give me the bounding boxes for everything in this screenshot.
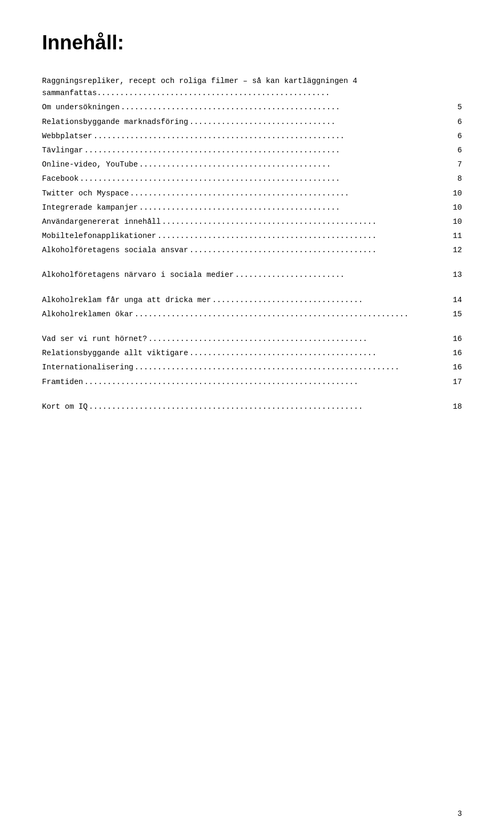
toc-dots-10: ........................................…: [161, 216, 453, 228]
page-title: Innehåll:: [42, 32, 462, 54]
toc-text-7: Facebook: [42, 173, 79, 185]
toc-page-5: 6: [457, 144, 462, 157]
toc-page-19: 17: [453, 376, 462, 388]
toc-entry-19: Framtiden ..............................…: [42, 376, 462, 388]
toc-dots-19: ........................................…: [83, 376, 453, 388]
toc-page-18: 16: [453, 361, 462, 374]
toc-text-3: Relationsbyggande marknadsföring: [42, 116, 188, 128]
page: Innehåll: Raggningsrepliker, recept och …: [0, 0, 504, 839]
toc-dots-20: ........................................…: [88, 401, 453, 413]
toc-page-2: 5: [457, 101, 462, 113]
toc-text-19: Framtiden: [42, 376, 83, 388]
toc-text-2: Om undersökningen: [42, 101, 120, 113]
toc-dots-17: ........................................…: [188, 347, 453, 359]
toc-entry-17: Relationsbyggande allt viktigare .......…: [42, 347, 462, 359]
toc-entry-3: Relationsbyggande marknadsföring .......…: [42, 116, 462, 128]
toc-dots-16: ........................................…: [147, 333, 453, 345]
toc-text-8: Twitter och Myspace: [42, 188, 129, 200]
toc-text-17: Relationsbyggande allt viktigare: [42, 347, 188, 359]
toc-dots-11: ........................................…: [156, 230, 453, 242]
toc-entry-15: Alkoholreklamen ökar ...................…: [42, 308, 462, 320]
toc-dots-8: ........................................…: [129, 188, 453, 200]
toc-text-15: Alkoholreklamen ökar: [42, 308, 133, 320]
toc-dots-4: ........................................…: [92, 130, 458, 142]
toc-page-1: 4: [348, 75, 357, 87]
toc-page-6: 7: [457, 159, 462, 171]
toc-dots-9: ........................................…: [138, 202, 453, 214]
toc-page-9: 10: [453, 202, 462, 214]
toc-page-3: 6: [457, 116, 462, 128]
toc-dots-3: ................................: [188, 116, 457, 128]
toc-text-11: Mobiltelefonapplikationer: [42, 230, 156, 242]
toc-entry-16: Vad ser vi runt hörnet? ................…: [42, 333, 462, 345]
toc-page-16: 16: [453, 333, 462, 345]
toc-dots-6: ........................................…: [138, 159, 458, 171]
toc-text-9: Integrerade kampanjer: [42, 202, 138, 214]
toc-page-7: 8: [457, 173, 462, 185]
toc-entry-10: Användargenererat innehåll .............…: [42, 216, 462, 228]
toc-text-1: Raggningsrepliker, recept och roliga fil…: [42, 75, 348, 99]
toc-entry-11: Mobiltelefonapplikationer ..............…: [42, 230, 462, 242]
toc-dots-14: .................................: [211, 294, 453, 306]
toc-entry-6: Online-video, YouTube ..................…: [42, 159, 462, 171]
toc-page-12: 12: [453, 244, 462, 256]
toc-entry-5: Tävlingar ..............................…: [42, 144, 462, 157]
toc-dots-12: ........................................…: [188, 244, 453, 256]
page-number: 3: [458, 810, 462, 818]
toc-dots-15: ........................................…: [133, 308, 453, 320]
table-of-contents: Raggningsrepliker, recept och roliga fil…: [42, 75, 462, 413]
toc-page-8: 10: [453, 188, 462, 200]
toc-entry-13: Alkoholföretagens närvaro i sociala medi…: [42, 269, 462, 281]
toc-dots-7: ........................................…: [79, 173, 458, 185]
toc-text-12: Alkoholföretagens sociala ansvar: [42, 244, 188, 256]
toc-entry-4: Webbplatser ............................…: [42, 130, 462, 142]
toc-entry-12: Alkoholföretagens sociala ansvar .......…: [42, 244, 462, 256]
toc-entry-9: Integrerade kampanjer ..................…: [42, 202, 462, 214]
toc-page-15: 15: [453, 308, 462, 320]
toc-entry-20: Kort om IQ .............................…: [42, 401, 462, 413]
toc-text-16: Vad ser vi runt hörnet?: [42, 333, 147, 345]
toc-page-20: 18: [453, 401, 462, 413]
toc-page-13: 13: [453, 269, 462, 281]
toc-text-14: Alkoholreklam får unga att dricka mer: [42, 294, 211, 306]
toc-dots-18: ........................................…: [133, 361, 453, 374]
toc-text-5: Tävlingar: [42, 144, 83, 157]
toc-entry-8: Twitter och Myspace ....................…: [42, 188, 462, 200]
toc-entry-1: Raggningsrepliker, recept och roliga fil…: [42, 75, 462, 99]
toc-page-14: 14: [453, 294, 462, 306]
toc-entry-2: Om undersökningen ......................…: [42, 101, 462, 113]
toc-text-18: Internationalisering: [42, 361, 133, 374]
toc-text-6: Online-video, YouTube: [42, 159, 138, 171]
toc-entry-14: Alkoholreklam får unga att dricka mer ..…: [42, 294, 462, 306]
toc-dots-13: ........................: [234, 269, 453, 281]
toc-dots-2: ........................................…: [120, 101, 457, 113]
toc-text-13: Alkoholföretagens närvaro i sociala medi…: [42, 269, 234, 281]
toc-page-11: 11: [453, 230, 462, 242]
toc-page-17: 16: [453, 347, 462, 359]
toc-text-10: Användargenererat innehåll: [42, 216, 161, 228]
toc-dots-5: ........................................…: [83, 144, 457, 157]
toc-text-20: Kort om IQ: [42, 401, 88, 413]
toc-entry-7: Facebook ...............................…: [42, 173, 462, 185]
toc-entry-18: Internationalisering ...................…: [42, 361, 462, 374]
toc-page-10: 10: [453, 216, 462, 228]
toc-page-4: 6: [457, 130, 462, 142]
toc-text-4: Webbplatser: [42, 130, 92, 142]
